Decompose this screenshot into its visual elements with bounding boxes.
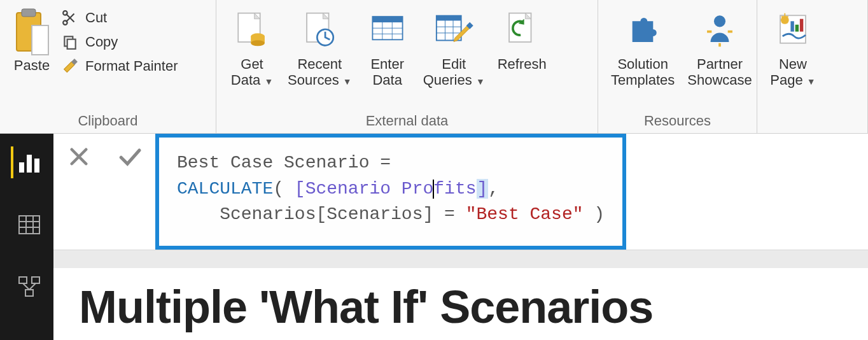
nav-data-view[interactable] [11, 209, 43, 241]
recent-sources-icon [297, 6, 342, 52]
resources-group-label: Resources [605, 109, 750, 133]
new-page-label: New Page ▼ [770, 56, 815, 89]
clipboard-icon [13, 8, 51, 57]
formula-editor[interactable]: Best Case Scenario = CALCULATE( [Scenari… [155, 134, 626, 250]
svg-rect-33 [800, 19, 803, 32]
recent-sources-label: Recent Sources ▼ [288, 56, 352, 89]
cut-button[interactable]: Cut [61, 9, 178, 27]
copy-button[interactable]: Copy [61, 33, 178, 51]
svg-rect-37 [19, 216, 39, 234]
svg-rect-31 [790, 21, 794, 31]
chevron-down-icon: ▼ [343, 76, 352, 87]
chevron-down-icon: ▼ [807, 76, 816, 87]
svg-rect-43 [32, 277, 39, 283]
paste-label: Paste [14, 57, 50, 74]
svg-rect-6 [67, 39, 76, 49]
get-data-label: Get Data ▼ [231, 56, 273, 89]
copy-label: Copy [85, 34, 118, 50]
nav-model-view[interactable] [11, 271, 43, 303]
formula-line-1: Best Case Scenario = [177, 150, 605, 176]
svg-point-28 [714, 15, 725, 27]
ribbon: Paste Cut Copy [0, 0, 868, 134]
person-icon [697, 6, 743, 52]
svg-rect-2 [32, 25, 48, 55]
report-page[interactable]: Multiple 'What If' Scenarios [53, 268, 868, 340]
format-painter-label: Format Painter [85, 58, 178, 74]
check-icon [117, 144, 143, 169]
svg-rect-34 [19, 162, 24, 173]
puzzle-icon [620, 6, 666, 52]
enter-data-label: Enter Data [370, 56, 404, 89]
svg-rect-35 [27, 155, 32, 173]
enter-data-button[interactable]: Enter Data [358, 4, 417, 89]
chevron-down-icon: ▼ [476, 76, 485, 87]
svg-rect-44 [25, 290, 33, 296]
table-icon [365, 6, 410, 52]
scissors-icon [61, 9, 79, 27]
refresh-label: Refresh [498, 56, 547, 72]
left-nav [0, 134, 53, 340]
svg-rect-15 [372, 17, 402, 22]
refresh-button[interactable]: Refresh [491, 4, 553, 72]
new-page-button[interactable]: New Page ▼ [764, 4, 822, 89]
svg-rect-42 [19, 277, 27, 283]
svg-rect-36 [34, 159, 39, 173]
formula-bar: Best Case Scenario = CALCULATE( [Scenari… [53, 134, 868, 250]
svg-rect-32 [795, 25, 799, 32]
svg-point-3 [63, 20, 67, 25]
get-data-icon [229, 6, 275, 52]
ribbon-group-clipboard: Paste Cut Copy [0, 0, 216, 133]
relationship-icon [17, 274, 42, 300]
new-page-icon [770, 6, 816, 52]
format-painter-button[interactable]: Format Painter [61, 57, 178, 75]
canvas-area: Best Case Scenario = CALCULATE( [Scenari… [53, 134, 868, 340]
refresh-icon [499, 6, 545, 52]
get-data-button[interactable]: Get Data ▼ [223, 4, 281, 89]
formula-cancel-button[interactable] [53, 134, 104, 180]
edit-queries-icon [431, 6, 477, 52]
recent-sources-button[interactable]: Recent Sources ▼ [281, 4, 358, 89]
solution-templates-label: Solution Templates [611, 56, 675, 89]
edit-queries-button[interactable]: Edit Queries ▼ [417, 4, 491, 89]
report-title: Multiple 'What If' Scenarios [79, 281, 855, 333]
svg-rect-1 [22, 9, 36, 17]
partner-showcase-label: Partner Showcase [687, 56, 752, 89]
paste-button[interactable]: Paste [6, 4, 57, 74]
nav-report-view[interactable] [11, 146, 43, 178]
ribbon-group-right: New Page ▼ [757, 0, 868, 133]
partner-showcase-button[interactable]: Partner Showcase [681, 4, 759, 89]
svg-rect-21 [437, 16, 461, 21]
table-icon [17, 212, 42, 237]
clipboard-group-label: Clipboard [6, 109, 209, 133]
copy-icon [61, 33, 79, 51]
svg-point-4 [63, 11, 67, 15]
ribbon-group-resources: Solution Templates Partner Showcase Reso… [598, 0, 757, 133]
bar-chart-icon [17, 150, 42, 175]
formula-line-3: Scenarios[Scenarios] = "Best Case" ) [177, 202, 605, 228]
chevron-down-icon: ▼ [264, 76, 273, 87]
svg-point-11 [251, 40, 265, 46]
solution-templates-button[interactable]: Solution Templates [605, 4, 681, 89]
paintbrush-icon [61, 57, 79, 75]
edit-queries-label: Edit Queries ▼ [423, 56, 485, 89]
cut-label: Cut [85, 10, 107, 26]
formula-commit-button[interactable] [104, 134, 155, 180]
formula-line-2: CALCULATE( [Scenario Profits], [177, 176, 605, 202]
ribbon-group-external-data: Get Data ▼ Recent Sources ▼ [216, 0, 598, 133]
x-icon [67, 145, 90, 168]
external-data-group-label: External data [223, 109, 591, 133]
